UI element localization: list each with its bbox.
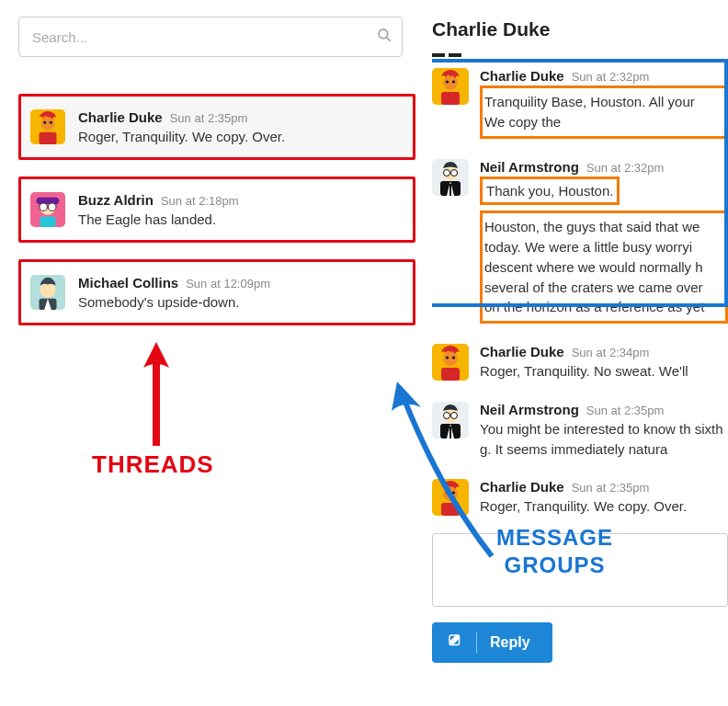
avatar xyxy=(30,192,65,227)
thread-preview: Roger, Tranquility. We copy. Over. xyxy=(78,129,404,144)
message-group: Neil Armstrong Sun at 2:35pm You might b… xyxy=(432,393,728,471)
svg-point-23 xyxy=(379,29,388,39)
thread-time: Sun at 2:18pm xyxy=(161,194,239,208)
message-group: Charlie Duke Sun at 2:35pm Roger, Tranqu… xyxy=(432,470,728,528)
avatar xyxy=(432,159,469,196)
message-time: Sun at 2:35pm xyxy=(572,481,650,495)
thread-time: Sun at 12:09pm xyxy=(186,277,270,290)
avatar xyxy=(30,109,65,144)
message-text: You might be interested to know th sixth… xyxy=(480,419,728,460)
message-group: Charlie Duke Sun at 2:32pm Tranquility B… xyxy=(432,59,728,150)
conversation-title: Charlie Duke xyxy=(432,0,728,53)
thread-list: Charlie Duke Sun at 2:35pm Roger, Tranqu… xyxy=(18,94,414,325)
avatar xyxy=(432,479,469,516)
thread-author: Michael Collins xyxy=(78,275,178,290)
search-icon xyxy=(376,27,392,48)
message-text: Tranquility Base, Houston. All your We c… xyxy=(480,85,728,139)
avatar xyxy=(432,402,469,438)
message-group: Charlie Duke Sun at 2:34pm Roger, Tranqu… xyxy=(432,335,728,393)
reply-button-label: Reply xyxy=(490,634,530,651)
message-time: Sun at 2:34pm xyxy=(572,346,650,359)
avatar xyxy=(432,344,469,381)
message-group: Neil Armstrong Sun at 2:32pm Thank you, … xyxy=(432,150,728,336)
message-author: Charlie Duke xyxy=(480,344,564,359)
compose-icon xyxy=(447,632,463,653)
thread-item[interactable]: Michael Collins Sun at 12:09pm Somebody'… xyxy=(18,259,415,325)
annotation-arrow-icon xyxy=(138,340,175,450)
thread-author: Charlie Duke xyxy=(78,109,163,125)
message-author: Charlie Duke xyxy=(480,68,564,84)
annotation-label: THREADS xyxy=(92,450,214,479)
message-author: Charlie Duke xyxy=(480,479,564,495)
message-time: Sun at 2:32pm xyxy=(586,161,665,175)
thread-item[interactable]: Charlie Duke Sun at 2:35pm Roger, Tranqu… xyxy=(18,94,415,160)
search-input[interactable] xyxy=(18,17,403,57)
drag-handle-icon xyxy=(432,53,728,57)
reply-input[interactable] xyxy=(432,533,728,607)
search-field[interactable] xyxy=(18,17,403,57)
reply-button[interactable]: Reply xyxy=(432,622,552,663)
message-time: Sun at 2:35pm xyxy=(586,404,665,417)
avatar xyxy=(30,275,65,310)
message-author: Neil Armstrong xyxy=(480,159,579,175)
thread-time: Sun at 2:35pm xyxy=(170,111,248,125)
message-time: Sun at 2:32pm xyxy=(572,70,650,84)
thread-author: Buzz Aldrin xyxy=(78,192,154,208)
thread-preview: The Eagle has landed. xyxy=(78,211,404,227)
message-text: Roger, Tranquility. We copy. Over. xyxy=(480,496,728,517)
message-text: Houston, the guys that said that we toda… xyxy=(480,211,728,324)
avatar xyxy=(432,68,469,105)
svg-line-24 xyxy=(387,37,391,40)
message-text: Thank you, Houston. xyxy=(480,176,620,206)
search-button[interactable] xyxy=(366,17,403,57)
message-list: Charlie Duke Sun at 2:32pm Tranquility B… xyxy=(432,59,728,528)
message-author: Neil Armstrong xyxy=(480,402,579,417)
message-text: Roger, Tranquility. No sweat. We'll xyxy=(480,361,728,381)
thread-preview: Somebody's upside-down. xyxy=(78,294,404,310)
thread-item[interactable]: Buzz Aldrin Sun at 2:18pm The Eagle has … xyxy=(18,176,415,243)
